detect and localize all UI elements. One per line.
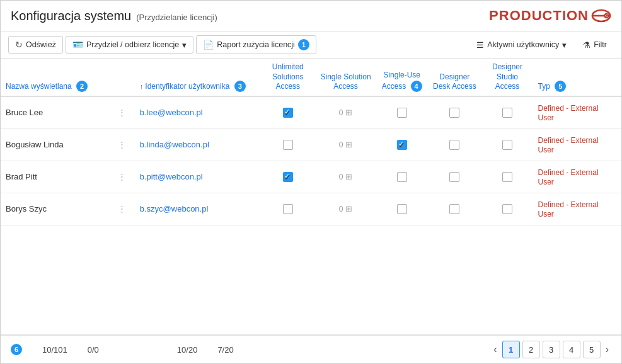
cell-unlimited[interactable] bbox=[261, 193, 315, 225]
checkbox-single-use[interactable] bbox=[397, 108, 407, 118]
page-1-button[interactable]: 1 bbox=[502, 341, 520, 358]
pagination: ‹ 1 2 3 4 5 › bbox=[491, 341, 611, 358]
cell-designer-desk[interactable] bbox=[427, 96, 481, 129]
cell-designer-studio[interactable] bbox=[482, 161, 533, 193]
checkbox-unlimited[interactable]: ✓ bbox=[283, 172, 293, 182]
solution-icon: ⊞ bbox=[345, 172, 352, 181]
row-menu-icon[interactable]: ⋮ bbox=[115, 172, 129, 181]
page-5-button[interactable]: 5 bbox=[583, 341, 601, 358]
cell-single-use[interactable]: ✓ bbox=[376, 128, 427, 161]
col-header-single-use: Single-Use Access 4 bbox=[376, 59, 427, 96]
user-type: Defined - External User bbox=[538, 104, 599, 122]
next-page-button[interactable]: › bbox=[603, 344, 611, 355]
page-4-button[interactable]: 4 bbox=[563, 341, 580, 358]
report-icon: 📄 bbox=[203, 40, 214, 50]
stat-designer-desk: 10/20 bbox=[177, 345, 198, 355]
assign-license-button[interactable]: 🪪 Przydziel / odbierz licencje ▾ bbox=[66, 36, 193, 54]
checkbox-designer-desk[interactable] bbox=[449, 204, 459, 214]
solution-count-num: 0 bbox=[339, 205, 343, 213]
user-type: Defined - External User bbox=[538, 200, 599, 219]
filter-button[interactable]: ⚗ Filtr bbox=[576, 37, 614, 54]
user-email: b.lee@webcon.pl bbox=[140, 108, 203, 117]
cell-email: b.pitt@webcon.pl bbox=[135, 161, 261, 193]
user-name: Brad Pitt bbox=[6, 172, 37, 181]
page-title: Konfiguracja systemu bbox=[11, 9, 131, 23]
checkbox-unlimited[interactable] bbox=[283, 140, 293, 150]
col-header-unlimited: Unlimited Solutions Access bbox=[261, 59, 315, 96]
refresh-button[interactable]: ↻ Odśwież bbox=[8, 36, 63, 54]
col-header-identifier: ↑ Identyfikator użytkownika 3 bbox=[135, 59, 261, 96]
page-2-button[interactable]: 2 bbox=[522, 341, 540, 358]
solution-count: 0 ⊞ bbox=[320, 172, 371, 181]
cell-unlimited[interactable]: ✓ bbox=[261, 161, 315, 193]
stat-total-users: 10/101 bbox=[42, 345, 67, 355]
toolbar-right: ☰ Aktywni użytkownicy ▾ ⚗ Filtr bbox=[469, 37, 614, 54]
header-left: Konfiguracja systemu (Przydzielanie lice… bbox=[11, 9, 217, 23]
col-id-badge: 3 bbox=[234, 81, 246, 92]
footer-badge: 6 bbox=[11, 344, 22, 355]
cell-unlimited[interactable] bbox=[261, 128, 315, 161]
cell-type: Defined - External User bbox=[533, 128, 621, 161]
cell-row-actions[interactable]: ⋮ bbox=[110, 161, 135, 193]
cell-name: Bruce Lee bbox=[1, 96, 110, 129]
checkbox-unlimited[interactable] bbox=[283, 204, 293, 214]
checkbox-single-use[interactable] bbox=[397, 204, 407, 214]
cell-row-actions[interactable]: ⋮ bbox=[110, 128, 135, 161]
app-container: Konfiguracja systemu (Przydzielanie lice… bbox=[0, 0, 622, 364]
cell-designer-desk[interactable] bbox=[427, 128, 481, 161]
report-button[interactable]: 📄 Raport zużycia licencji 1 bbox=[196, 35, 316, 54]
solution-icon: ⊞ bbox=[345, 204, 352, 213]
cell-email: b.linda@webcon.pl bbox=[135, 128, 261, 161]
checkbox-unlimited[interactable]: ✓ bbox=[283, 108, 293, 118]
active-users-button[interactable]: ☰ Aktywni użytkownicy ▾ bbox=[469, 37, 573, 54]
checkbox-designer-studio[interactable] bbox=[502, 140, 512, 150]
stat-zero: 0/0 bbox=[88, 345, 99, 355]
prev-page-button[interactable]: ‹ bbox=[491, 344, 499, 355]
checkbox-single-use[interactable] bbox=[397, 172, 407, 182]
page-3-button[interactable]: 3 bbox=[543, 341, 560, 358]
cell-designer-studio[interactable] bbox=[482, 193, 533, 225]
checkbox-designer-studio[interactable] bbox=[502, 108, 512, 118]
cell-single-use[interactable] bbox=[376, 193, 427, 225]
row-menu-icon[interactable]: ⋮ bbox=[115, 108, 129, 117]
col-name-label: Nazwa wyświetlana bbox=[6, 82, 72, 91]
cell-designer-studio[interactable] bbox=[482, 96, 533, 129]
report-label: Raport zużycia licencji bbox=[217, 40, 295, 49]
cell-designer-desk[interactable] bbox=[427, 161, 481, 193]
row-menu-icon[interactable]: ⋮ bbox=[115, 140, 129, 149]
cell-single-use[interactable] bbox=[376, 161, 427, 193]
cell-row-actions[interactable]: ⋮ bbox=[110, 193, 135, 225]
assign-icon: 🪪 bbox=[72, 40, 83, 50]
col-single-sol-label: Single Solution Access bbox=[321, 72, 371, 91]
checkbox-designer-studio[interactable] bbox=[502, 172, 512, 182]
cell-email: b.lee@webcon.pl bbox=[135, 96, 261, 129]
cell-single-use[interactable] bbox=[376, 96, 427, 129]
assign-label: Przydziel / odbierz licencje bbox=[86, 40, 179, 49]
hamburger-icon: ☰ bbox=[476, 40, 484, 50]
col-header-name: Nazwa wyświetlana 2 bbox=[1, 59, 110, 96]
active-users-label: Aktywni użytkownicy bbox=[487, 40, 559, 49]
checkbox-single-use[interactable]: ✓ bbox=[397, 140, 407, 150]
col-type-label: Typ bbox=[538, 82, 550, 91]
cell-type: Defined - External User bbox=[533, 193, 621, 225]
checkbox-designer-desk[interactable] bbox=[449, 172, 459, 182]
solution-icon: ⊞ bbox=[345, 140, 352, 149]
user-name: Bruce Lee bbox=[6, 108, 43, 117]
cell-designer-desk[interactable] bbox=[427, 193, 481, 225]
cell-name: Brad Pitt bbox=[1, 161, 110, 193]
col-single-use-badge: 4 bbox=[411, 81, 422, 92]
col-header-designer-studio: Designer Studio Access bbox=[482, 59, 533, 96]
table-body: Bruce Lee⋮b.lee@webcon.pl✓0 ⊞Defined - E… bbox=[1, 96, 621, 225]
user-email: b.szyc@webcon.pl bbox=[140, 204, 209, 213]
user-type: Defined - External User bbox=[538, 136, 599, 154]
cell-row-actions[interactable]: ⋮ bbox=[110, 96, 135, 129]
refresh-label: Odśwież bbox=[26, 40, 56, 49]
checkbox-designer-studio[interactable] bbox=[502, 204, 512, 214]
checkbox-designer-desk[interactable] bbox=[449, 108, 459, 118]
row-menu-icon[interactable]: ⋮ bbox=[115, 204, 129, 213]
cell-unlimited[interactable]: ✓ bbox=[261, 96, 315, 129]
cell-designer-studio[interactable] bbox=[482, 128, 533, 161]
stat-designer-studio: 7/20 bbox=[217, 345, 233, 355]
checkbox-designer-desk[interactable] bbox=[449, 140, 459, 150]
user-email: b.linda@webcon.pl bbox=[140, 140, 209, 149]
